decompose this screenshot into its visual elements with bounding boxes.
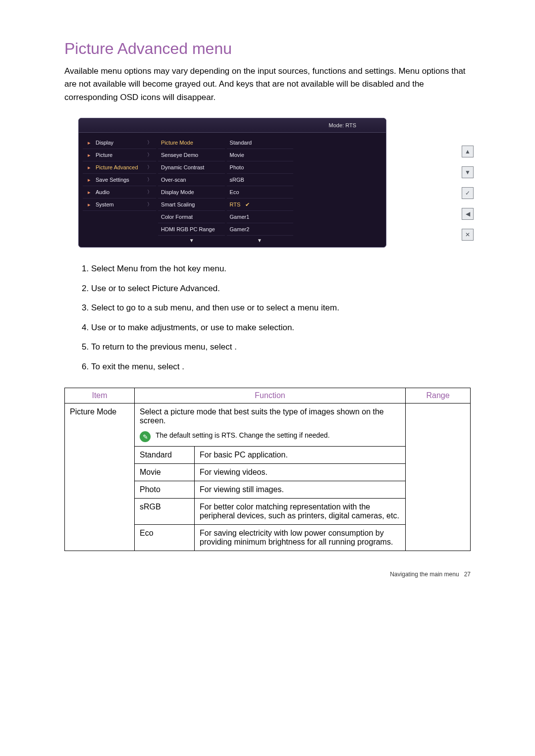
- chevron-right-icon: 〉: [147, 186, 152, 198]
- col-range: Range: [406, 388, 471, 403]
- osd-item-label: Picture: [96, 149, 112, 161]
- scroll-down-icon: ▼: [158, 236, 225, 244]
- chevron-right-icon: 〉: [147, 137, 152, 149]
- osd-item-label: Senseye Demo: [161, 149, 198, 161]
- step-item: To return to the previous menu, select .: [91, 341, 471, 353]
- osd-nav-button[interactable]: ▲: [462, 146, 474, 157]
- page-title: Picture Advanced menu: [64, 40, 471, 58]
- osd-item[interactable]: Picture Mode: [158, 137, 225, 149]
- mode-desc: For viewing still images.: [195, 481, 405, 498]
- step-item: To exit the menu, select .: [91, 360, 471, 373]
- chevron-right-icon: 〉: [147, 149, 152, 161]
- osd-item[interactable]: Movie: [227, 149, 294, 161]
- item-desc: Select a picture mode that best suits th…: [140, 407, 400, 425]
- osd-item[interactable]: Gamer1: [227, 211, 294, 223]
- mode-name: Eco: [135, 525, 195, 551]
- range-cell: [406, 403, 471, 551]
- osd-item-label: Picture Mode: [161, 137, 193, 149]
- osd-item-label: System: [96, 199, 114, 210]
- osd-item[interactable]: ▸Audio〉: [83, 186, 156, 199]
- menu-icon: ▸: [86, 137, 93, 149]
- osd-nav-button[interactable]: ✓: [462, 187, 474, 199]
- osd-item[interactable]: Standard: [227, 137, 294, 149]
- osd-nav-button[interactable]: ▼: [462, 166, 474, 178]
- osd-item[interactable]: Smart Scaling: [158, 199, 225, 211]
- mode-desc: For better color matching representation…: [195, 499, 405, 524]
- item-desc-cell: Select a picture mode that best suits th…: [135, 403, 406, 447]
- osd-item-label: Gamer2: [230, 223, 250, 235]
- osd-item-label: Picture Advanced: [96, 161, 138, 173]
- osd-item-label: RTS: [230, 199, 241, 210]
- menu-icon: ▸: [86, 199, 93, 210]
- check-icon: ✔: [245, 199, 250, 210]
- osd-item-label: Dynamic Contrast: [161, 161, 204, 173]
- osd-item[interactable]: HDMI RGB PC Range: [158, 223, 225, 236]
- mode-desc: For basic PC application.: [195, 447, 405, 463]
- osd-item-label: HDMI RGB PC Range: [161, 223, 215, 235]
- osd-item-label: Color Format: [161, 211, 193, 223]
- osd-item[interactable]: Photo: [227, 161, 294, 174]
- tip-text: The default setting is RTS. Change the s…: [156, 431, 330, 439]
- intro-text: Available menu options may vary dependin…: [64, 65, 471, 104]
- osd-item[interactable]: ▸Picture Advanced〉: [83, 161, 156, 174]
- reference-table: Item Function Range Picture Mode Select …: [64, 388, 471, 551]
- mode-desc: For saving electricity with low power co…: [195, 525, 405, 551]
- osd-item-label: sRGB: [230, 174, 244, 186]
- osd-item[interactable]: Display Mode: [158, 186, 225, 199]
- menu-icon: ▸: [86, 186, 93, 198]
- step-item: Select Menu from the hot key menu.: [91, 262, 471, 275]
- menu-icon: ▸: [86, 161, 93, 173]
- osd-item[interactable]: RTS✔: [227, 199, 294, 211]
- scroll-down-icon: ▼: [225, 236, 293, 244]
- menu-icon: ▸: [86, 149, 93, 161]
- osd-item-label: Smart Scaling: [161, 199, 195, 210]
- step-item: Use or to select Picture Advanced.: [91, 282, 471, 295]
- osd-item[interactable]: Gamer2: [227, 223, 294, 236]
- chevron-right-icon: 〉: [147, 174, 152, 186]
- osd-item-label: Photo: [230, 161, 244, 173]
- page-footer: Navigating the main menu 27: [64, 571, 471, 578]
- chevron-right-icon: 〉: [147, 161, 152, 173]
- osd-item[interactable]: Dynamic Contrast: [158, 161, 225, 174]
- mode-desc: For viewing videos.: [195, 464, 405, 481]
- osd-item[interactable]: ▸Picture〉: [83, 149, 156, 161]
- osd-item[interactable]: Senseye Demo: [158, 149, 225, 161]
- osd-item[interactable]: Color Format: [158, 211, 225, 223]
- osd-nav-button[interactable]: ✕: [462, 229, 474, 241]
- osd-item-label: Display Mode: [161, 186, 194, 198]
- osd-item-label: Over-scan: [161, 174, 186, 186]
- instruction-steps: Select Menu from the hot key menu.Use or…: [74, 262, 471, 373]
- osd-item-label: Standard: [230, 137, 252, 149]
- chevron-right-icon: 〉: [147, 199, 152, 210]
- pencil-icon: ✎: [140, 431, 151, 442]
- menu-icon: ▸: [86, 174, 93, 186]
- col-function: Function: [135, 388, 406, 403]
- mode-name: sRGB: [135, 499, 195, 524]
- osd-item[interactable]: sRGB: [227, 174, 294, 186]
- item-name: Picture Mode: [65, 403, 135, 551]
- osd-item-label: Movie: [230, 149, 244, 161]
- osd-item[interactable]: ▸Display〉: [83, 137, 156, 149]
- osd-item-label: Eco: [230, 186, 239, 198]
- osd-item[interactable]: ▸Save Settings〉: [83, 174, 156, 186]
- osd-item-label: Gamer1: [230, 211, 250, 223]
- osd-mode-label: Mode: RTS: [329, 122, 356, 128]
- mode-name: Standard: [135, 447, 195, 463]
- step-item: Use or to make adjustments, or use to ma…: [91, 321, 471, 334]
- mode-name: Movie: [135, 464, 195, 481]
- step-item: Select to go to a sub menu, and then use…: [91, 302, 471, 314]
- osd-item[interactable]: Eco: [227, 186, 294, 199]
- col-item: Item: [65, 388, 135, 403]
- osd-item-label: Audio: [96, 186, 109, 198]
- osd-item[interactable]: Over-scan: [158, 174, 225, 186]
- osd-nav-button[interactable]: ◀: [462, 208, 474, 220]
- osd-item[interactable]: ▸System〉: [83, 199, 156, 211]
- tip-row: ✎ The default setting is RTS. Change the…: [140, 431, 400, 442]
- mode-name: Photo: [135, 481, 195, 498]
- osd-item-label: Display: [96, 137, 113, 149]
- osd-screenshot: Mode: RTS ▸Display〉▸Picture〉▸Picture Adv…: [78, 118, 457, 248]
- osd-item-label: Save Settings: [96, 174, 129, 186]
